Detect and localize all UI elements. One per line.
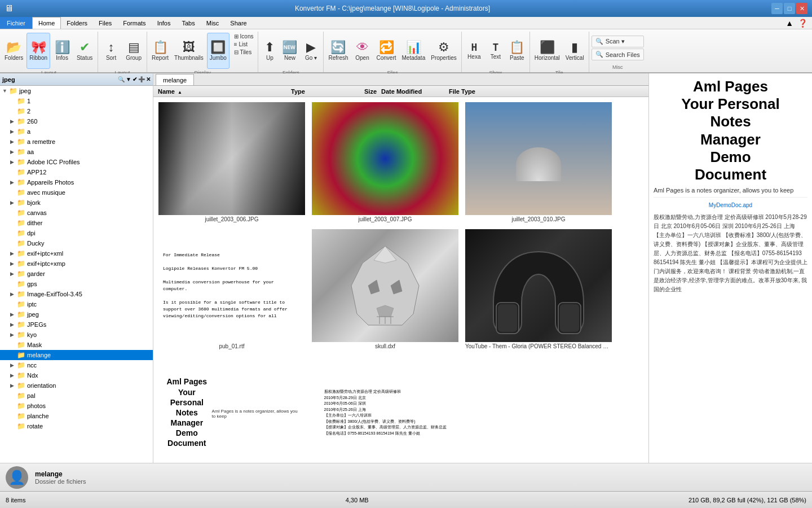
tree-toolbar-btn2[interactable]: ▼ xyxy=(126,76,131,82)
tree-item-1[interactable]: ▶📁1 xyxy=(0,96,153,106)
scan-button[interactable]: 🔍 Scan ▾ xyxy=(592,36,644,47)
refresh-button[interactable]: 🔄 Refresh xyxy=(326,33,350,69)
tree-item-aa[interactable]: ▶📁aa xyxy=(0,147,153,157)
tree-item-mask[interactable]: ▶📁Mask xyxy=(0,340,153,350)
hexa-button[interactable]: H Hexa xyxy=(464,33,484,69)
tree-item-exif-xmp[interactable]: ▶📁exif+iptc+xmp xyxy=(0,259,153,269)
status-button[interactable]: ✔ Status xyxy=(74,33,95,69)
menu-fichier[interactable]: Fichier xyxy=(0,17,32,29)
group-button[interactable]: ▤ Group xyxy=(123,33,144,69)
tree-item-2[interactable]: ▶📁2 xyxy=(0,106,153,116)
tree-item-ndx[interactable]: ▶📁Ndx xyxy=(0,370,153,380)
text-button[interactable]: T Text xyxy=(486,33,506,69)
tree-item-260[interactable]: ▶📁260 xyxy=(0,116,153,126)
col-filetype-header[interactable]: File Type xyxy=(449,88,494,95)
menu-share[interactable]: Share xyxy=(224,17,252,29)
tree-item-canvas[interactable]: ▶📁canvas xyxy=(0,208,153,218)
tree-item-jpeg[interactable]: ▼📁jpeg xyxy=(0,86,153,96)
search-files-button[interactable]: 🔍 Search Files xyxy=(592,49,644,60)
tree-item-appareils[interactable]: ▶📁Appareils Photos xyxy=(0,177,153,187)
tree-item-rotate[interactable]: ▶📁rotate xyxy=(0,421,153,431)
maximize-button[interactable]: □ xyxy=(784,3,795,14)
metadata-button[interactable]: 📊 Metadata xyxy=(400,33,428,69)
help-button[interactable]: ❓ xyxy=(798,19,807,28)
tree-item-bjork[interactable]: ▶📁bjork xyxy=(0,198,153,208)
thumb-item-juillet2003_006[interactable]: juillet_2003_006.JPG xyxy=(156,99,308,225)
infos-button[interactable]: ℹ️ Infos xyxy=(51,33,73,69)
thumb-item-skull[interactable]: skull.dxf xyxy=(309,226,461,352)
horizontal-button[interactable]: ⬛ Horizontal xyxy=(532,33,562,69)
tree-item-iptc[interactable]: ▶📁iptc xyxy=(0,299,153,309)
close-button[interactable]: ✕ xyxy=(796,3,807,14)
folder-icon-aa: 📁 xyxy=(17,148,25,156)
minimize-button[interactable]: ─ xyxy=(771,3,783,14)
tree-toolbar-btn4[interactable]: ➕ xyxy=(138,76,145,82)
tree-item-photos[interactable]: ▶📁photos xyxy=(0,401,153,411)
tree-label-iptc: iptc xyxy=(27,301,37,308)
tree-toolbar-btn1[interactable]: 🔍 xyxy=(118,76,125,82)
open-button[interactable]: 👁 Open xyxy=(352,33,373,69)
tree-item-gps[interactable]: ▶📁gps xyxy=(0,279,153,289)
thumb-item-youtube[interactable]: YouTube - Them - Gloria (POWER STEREO Ba… xyxy=(462,226,615,352)
menu-infos[interactable]: Infos xyxy=(152,17,176,29)
tree-item-dpi[interactable]: ▶📁dpi xyxy=(0,228,153,238)
tree-item-app12[interactable]: ▶📁APP12 xyxy=(0,167,153,177)
tree-label-planche: planche xyxy=(27,413,49,419)
menu-tabs[interactable]: Tabs xyxy=(176,17,200,29)
col-name-header[interactable]: Name ▲ xyxy=(156,88,291,95)
tree-item-jpegs[interactable]: ▶📁JPEGs xyxy=(0,319,153,330)
tree-item-pal[interactable]: ▶📁pal xyxy=(0,391,153,401)
menu-formats[interactable]: Formats xyxy=(117,17,151,29)
folders-button[interactable]: 📂 Folders xyxy=(2,33,25,69)
tree-toolbar-btn3[interactable]: ✔ xyxy=(133,76,137,82)
tree-item-a-remettre[interactable]: ▶📁a remettre xyxy=(0,137,153,147)
tiles-button[interactable]: ⊟ Tiles xyxy=(232,49,256,56)
ribbon-collapse-button[interactable]: ▲ xyxy=(785,19,793,28)
thumb-item-stocks[interactable]: 股权激励暨劳动,力资源合理 定价高级研修班2010年5月28-29日 北京201… xyxy=(309,353,461,463)
vertical-button[interactable]: ▮ Vertical xyxy=(563,33,586,69)
tree-item-garder[interactable]: ▶📁garder xyxy=(0,269,153,279)
thumb-item-juillet2003_007[interactable]: juillet_2003_007.JPG xyxy=(309,99,461,225)
thumbnails-button[interactable]: 🖼 Thumbnails xyxy=(172,33,206,69)
report-button[interactable]: 📋 Report xyxy=(149,33,171,69)
tree-item-ducky[interactable]: ▶📁Ducky xyxy=(0,238,153,248)
menu-home[interactable]: Home xyxy=(32,17,61,29)
icons-button[interactable]: ⊞ Icons xyxy=(232,33,256,40)
tree-item-ncc[interactable]: ▶📁ncc xyxy=(0,360,153,370)
thumb-item-aml_pages[interactable]: Aml PagesYour PersonalNotes ManagerDemoD… xyxy=(156,353,308,463)
ribbon-button[interactable]: 🎀 Ribbon xyxy=(27,33,50,69)
folder-icon-rotate: 📁 xyxy=(17,422,25,430)
col-size-header[interactable]: Size xyxy=(336,88,381,95)
convert-button[interactable]: 🔁 Convert xyxy=(374,33,399,69)
tree-item-avec[interactable]: ▶📁avec musique xyxy=(0,187,153,198)
jumbo-button[interactable]: 🔲 Jumbo xyxy=(207,33,230,69)
tree-item-planche[interactable]: ▶📁planche xyxy=(0,411,153,421)
sort-button[interactable]: ↕ Sort xyxy=(100,33,122,69)
paste-button[interactable]: 📋 Paste xyxy=(507,33,527,69)
col-type-header[interactable]: Type xyxy=(291,88,336,95)
col-date-header[interactable]: Date Modified xyxy=(381,88,449,95)
go-button[interactable]: ▶ Go ▾ xyxy=(301,33,321,69)
tree-label-garder: garder xyxy=(27,270,45,277)
thumb-item-pub01[interactable]: For Immediate Release Logipole Releases … xyxy=(156,226,308,352)
tree-item-adobe[interactable]: ▶📁Adobe ICC Profiles xyxy=(0,157,153,167)
tree-item-dither[interactable]: ▶📁dither xyxy=(0,218,153,228)
tree-panel[interactable]: jpeg 🔍 ▼ ✔ ➕ ✕ ▼📁jpeg▶📁1▶📁2▶📁260▶📁a▶📁a r… xyxy=(0,73,153,463)
menu-files[interactable]: Files xyxy=(93,17,117,29)
tree-item-jpeg2[interactable]: ▶📁jpeg xyxy=(0,309,153,319)
new-button[interactable]: 🆕 New xyxy=(280,33,299,69)
tree-item-orientation[interactable]: ▶📁orientation xyxy=(0,380,153,391)
tree-item-kyo[interactable]: ▶📁kyo xyxy=(0,330,153,340)
menu-misc[interactable]: Misc xyxy=(201,17,225,29)
tree-item-melange[interactable]: ▶📁melange xyxy=(0,350,153,360)
menu-folders[interactable]: Folders xyxy=(61,17,93,29)
tree-item-a[interactable]: ▶📁a xyxy=(0,126,153,137)
properties-button[interactable]: ⚙ Properties xyxy=(429,33,459,69)
tree-toolbar-btn5[interactable]: ✕ xyxy=(146,76,151,82)
list-button[interactable]: ≡ List xyxy=(232,41,256,48)
thumb-item-juillet2003_010[interactable]: juillet_2003_010.JPG xyxy=(462,99,615,225)
file-tab-melange[interactable]: melange xyxy=(156,74,194,85)
up-button[interactable]: ⬆ Up xyxy=(261,33,279,69)
tree-item-exiftool[interactable]: ▶📁Image-ExifTool-3.45 xyxy=(0,289,153,299)
tree-item-exif-xml[interactable]: ▶📁exif+iptc+xml xyxy=(0,248,153,259)
